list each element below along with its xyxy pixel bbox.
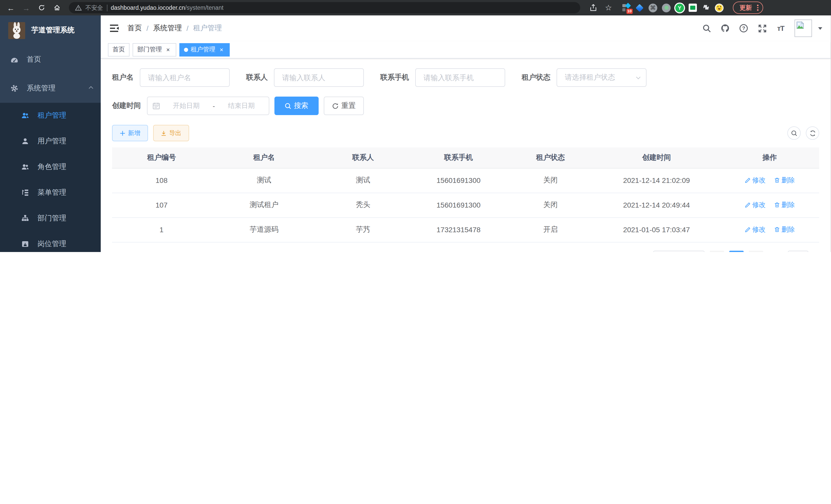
prev-page-button[interactable]	[710, 250, 724, 252]
sidebar-item-label: 部门管理	[37, 214, 66, 223]
search-icon	[791, 130, 797, 137]
extensions-puzzle-icon[interactable]	[701, 3, 710, 12]
browser-reload-icon[interactable]	[36, 2, 47, 13]
security-label[interactable]: 不安全	[85, 4, 103, 11]
browser-menu-icon[interactable]	[755, 5, 760, 11]
edit-pencil-icon	[744, 177, 751, 183]
avatar-caret-icon[interactable]	[818, 27, 822, 30]
navbar: 首页 / 系统管理 / 租户管理 ?	[101, 16, 830, 41]
hamburger-icon[interactable]	[109, 23, 119, 33]
page-number-1[interactable]: 1	[729, 250, 744, 252]
edit-pencil-icon	[744, 202, 751, 208]
mobile-input[interactable]	[415, 68, 505, 87]
sidebar-item-tenant[interactable]: 租户管理	[0, 103, 101, 128]
font-size-icon[interactable]: ᴛT	[776, 24, 785, 33]
extension-kite-icon[interactable]	[635, 3, 644, 12]
close-icon[interactable]: ×	[165, 46, 172, 53]
sidebar: 芋道管理系统 首页 系统管理 租户管	[0, 16, 101, 252]
sidebar-item-menu[interactable]: 菜单管理	[0, 180, 101, 206]
extension-y-icon[interactable]: Y	[675, 3, 684, 12]
edit-link[interactable]: 修改	[744, 225, 766, 234]
fullscreen-icon[interactable]	[757, 24, 767, 33]
next-page-button[interactable]	[749, 250, 763, 252]
chevron-up-icon	[89, 86, 93, 91]
contact-input[interactable]	[274, 68, 364, 87]
breadcrumb-system[interactable]: 系统管理	[153, 24, 182, 33]
delete-link[interactable]: 删除	[774, 225, 795, 234]
status-text: 关闭	[508, 168, 593, 192]
extension-tabs-icon[interactable]: 10	[622, 4, 631, 12]
create-time-range-picker[interactable]: 开始日期 - 结束日期	[147, 97, 269, 115]
url-text[interactable]: dashboard.yudao.iocoder.cn/system/tenant	[111, 5, 224, 11]
github-icon[interactable]	[720, 24, 730, 33]
avatar[interactable]	[795, 20, 812, 37]
col-tenant-id: 租户编号	[112, 147, 211, 168]
trash-icon	[774, 227, 780, 233]
sidebar-item-dept[interactable]: 部门管理	[0, 206, 101, 231]
plus-icon	[120, 130, 125, 136]
extensions-area: 10 ⌘ Y	[622, 3, 724, 12]
page-size-select[interactable]: 10条/页	[653, 250, 705, 252]
tenant-name-label: 租户名	[112, 73, 140, 82]
browser-forward-icon[interactable]: →	[21, 2, 32, 13]
edit-pencil-icon	[744, 227, 751, 233]
delete-link[interactable]: 删除	[774, 200, 795, 210]
logo-row[interactable]: 芋道管理系统	[0, 16, 101, 45]
help-icon[interactable]: ?	[739, 24, 748, 33]
delete-link[interactable]: 删除	[774, 176, 795, 185]
end-date-placeholder: 结束日期	[219, 101, 264, 111]
page-content: 租户名 联系人 联系手机	[101, 59, 830, 252]
search-button[interactable]: 搜索	[275, 97, 319, 115]
breadcrumb-current: 租户管理	[193, 24, 222, 33]
edit-link[interactable]: 修改	[744, 200, 766, 210]
browser-back-icon[interactable]: ←	[5, 2, 17, 13]
sidebar-item-label: 用户管理	[37, 137, 66, 146]
sidebar-item-system[interactable]: 系统管理	[0, 74, 101, 103]
gear-icon	[10, 84, 19, 92]
create-time-label: 创建时间	[112, 101, 147, 111]
reset-button[interactable]: 重置	[324, 97, 364, 115]
profile-avatar-icon[interactable]	[715, 3, 724, 12]
sidebar-item-home[interactable]: 首页	[0, 45, 101, 74]
tags-view: 首页 部门管理 × 租户管理 ×	[101, 41, 830, 59]
org-tree-icon	[21, 214, 29, 223]
search-icon[interactable]	[702, 24, 711, 33]
edit-link[interactable]: 修改	[744, 176, 766, 185]
chrome-update-button[interactable]: 更新	[733, 2, 763, 14]
pagination: 共 3 条 10条/页 1 前往 页	[112, 250, 819, 252]
goto-page-input[interactable]	[788, 250, 808, 252]
show-search-toggle-button[interactable]	[787, 126, 801, 140]
breadcrumb-home[interactable]: 首页	[127, 24, 142, 33]
address-bar[interactable]: 不安全 dashboard.yudao.iocoder.cn/system/te…	[69, 2, 580, 13]
tab-tenant[interactable]: 租户管理 ×	[179, 43, 230, 56]
add-button[interactable]: 新增	[112, 125, 148, 141]
export-button[interactable]: 导出	[153, 125, 189, 141]
extension-command-icon[interactable]: ⌘	[649, 3, 657, 12]
sidebar-item-label: 菜单管理	[37, 188, 66, 197]
sidebar-item-role[interactable]: 角色管理	[0, 154, 101, 180]
tab-dept[interactable]: 部门管理 ×	[133, 43, 176, 56]
tab-home[interactable]: 首页	[108, 43, 130, 56]
status-select[interactable]: 请选择租户状态	[556, 68, 647, 87]
user-icon	[21, 137, 29, 145]
browser-toolbar: ← → 不安全 dashboard.yudao.iocoder.cn/syste…	[0, 0, 831, 16]
refresh-table-button[interactable]	[806, 126, 819, 140]
extension-recorder-icon[interactable]	[662, 3, 671, 12]
sidebar-item-user[interactable]: 用户管理	[0, 128, 101, 154]
tree-list-icon	[21, 188, 29, 197]
not-secure-warning-icon	[75, 5, 82, 11]
status-text: 关闭	[508, 192, 593, 217]
extension-chat-icon[interactable]	[689, 4, 697, 12]
browser-home-icon[interactable]	[51, 2, 63, 13]
sidebar-item-post[interactable]: 岗位管理	[0, 231, 101, 252]
dashboard-icon	[10, 56, 19, 64]
active-dot	[184, 48, 188, 52]
share-icon[interactable]	[588, 2, 599, 13]
status-label: 租户状态	[522, 73, 556, 82]
close-icon[interactable]: ×	[218, 46, 225, 53]
tenant-name-input[interactable]	[140, 68, 230, 87]
search-form: 租户名 联系人 联系手机	[112, 68, 819, 115]
bookmark-star-icon[interactable]: ☆	[603, 2, 614, 13]
table-row: 107 测试租户 秃头 15601691300 关闭 2021-12-14 20…	[112, 192, 819, 217]
trash-icon	[774, 177, 780, 183]
